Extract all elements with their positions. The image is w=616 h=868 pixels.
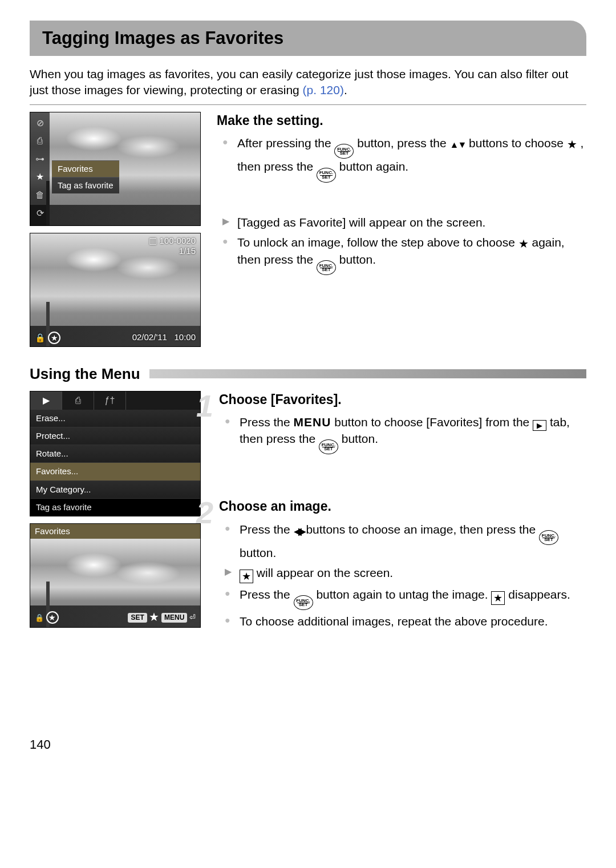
- favorite-star-icon: ★: [48, 332, 60, 344]
- instruction-bullet: To choose additional images, repeat the …: [225, 613, 586, 629]
- make-setting-heading: Make the setting.: [217, 112, 586, 130]
- side-icon-strip: ⊘ ⎙ ⊶ ★ 🗑 ⟳: [30, 112, 50, 225]
- lock-icon: 🔒: [35, 333, 46, 342]
- favorite-star-icon: ★: [46, 611, 59, 624]
- func-set-icon: FUNC.SET: [317, 168, 336, 183]
- intro-paragraph: When you tag images as favorites, you ca…: [30, 66, 586, 99]
- rotate-icon: ⟳: [37, 207, 44, 220]
- left-right-icon: ◀▶: [294, 526, 303, 537]
- menu-item-protect: Protect...: [30, 427, 200, 445]
- intro-text-b: .: [344, 83, 347, 96]
- print-icon: ⎙: [37, 135, 43, 147]
- menu-item-rotate: Rotate...: [30, 445, 200, 463]
- favorites-label: Favorites: [52, 160, 119, 177]
- star-icon: ★: [518, 237, 529, 250]
- func-set-icon: FUNC.SET: [319, 439, 338, 454]
- func-set-icon: FUNC.SET: [334, 144, 354, 159]
- instruction-bullet: To unlock an image, follow the step abov…: [222, 235, 586, 276]
- camera-screenshot-favorites-view: Favorites 🔒 ★ SET ★ MENU ⏎: [30, 523, 201, 628]
- battery-icon: ▥: [149, 236, 157, 245]
- star-icon: ★: [567, 138, 577, 151]
- instruction-bullet: Press the MENU button to choose [Favorit…: [225, 414, 586, 455]
- section-make-setting: ⊘ ⎙ ⊶ ★ 🗑 ⟳ Favorites Tag as favorite ▥ …: [30, 112, 586, 347]
- key-icon: ⊶: [35, 153, 44, 165]
- menu-caption: Tag as favorite: [30, 499, 200, 516]
- func-set-icon: FUNC.SET: [317, 260, 336, 275]
- step-number-2: 2: [196, 492, 213, 534]
- using-menu-heading: Using the Menu: [30, 364, 140, 384]
- camera-screenshot-tagged-image: ▥ 100-0020 1/15 🔒 ★ 02/02/'11 10:00: [30, 233, 201, 347]
- star-box-icon: ★: [491, 591, 505, 605]
- instruction-bullet: After pressing the FUNC.SET button, pres…: [222, 135, 586, 183]
- title-bar: Tagging Images as Favorites: [30, 21, 586, 56]
- menu-item-erase: Erase...: [30, 410, 200, 427]
- instruction-bullet: Press the ◀▶ buttons to choose an image,…: [225, 522, 586, 562]
- page-title: Tagging Images as Favorites: [42, 26, 574, 50]
- trash-icon: 🗑: [35, 189, 44, 201]
- menu-item-my-category: My Category...: [30, 481, 200, 499]
- step-number-1: 1: [196, 385, 213, 427]
- step-2-heading: Choose an image.: [219, 498, 586, 515]
- set-pill: SET: [128, 613, 147, 622]
- menu-pill: MENU: [161, 613, 187, 622]
- favorites-header: Favorites: [30, 524, 200, 539]
- camera-screenshot-favorites-menu: ⊘ ⎙ ⊶ ★ 🗑 ⟳ Favorites Tag as favorite: [30, 112, 201, 226]
- up-down-icon: ▲▼: [450, 140, 466, 150]
- star-icon: ★: [149, 611, 159, 623]
- menu-item-favorites: Favorites...: [30, 463, 200, 481]
- image-number: 100-0020: [160, 236, 196, 245]
- lock-icon: 🔒: [35, 613, 44, 622]
- tools-tab-icon: ƒ†: [94, 391, 126, 410]
- star-icon: ★: [36, 171, 44, 183]
- playback-tab-icon: ▶: [533, 420, 546, 431]
- page-number: 140: [30, 736, 586, 753]
- func-set-icon: FUNC.SET: [539, 530, 558, 545]
- protect-icon: ⊘: [37, 117, 44, 130]
- result-note: ★ will appear on the screen.: [225, 565, 586, 583]
- using-menu-subheading-row: Using the Menu: [30, 364, 586, 384]
- playback-tab-icon: ▶: [30, 391, 62, 410]
- star-box-icon: ★: [240, 570, 253, 583]
- page-reference-link[interactable]: (p. 120): [303, 83, 344, 96]
- print-tab-icon: ⎙: [62, 391, 94, 410]
- menu-list: Erase... Protect... Rotate... Favorites.…: [30, 410, 200, 516]
- func-set-icon: FUNC.SET: [294, 595, 313, 610]
- heading-strip: [149, 369, 586, 378]
- return-icon: ⏎: [189, 613, 196, 621]
- date-label: 02/02/'11: [132, 332, 167, 342]
- step-1-block: ▶ ⎙ ƒ† Erase... Protect... Rotate... Fav…: [30, 391, 586, 633]
- intro-text-a: When you tag images as favorites, you ca…: [30, 67, 568, 96]
- tag-as-favorite-label: Tag as favorite: [52, 177, 119, 193]
- divider: [30, 104, 586, 105]
- instruction-bullet: Press the FUNC.SET button again to untag…: [225, 587, 586, 611]
- image-counter: 1/15: [149, 246, 196, 256]
- camera-screenshot-menu: ▶ ⎙ ƒ† Erase... Protect... Rotate... Fav…: [30, 391, 201, 517]
- time-label: 10:00: [174, 332, 196, 342]
- step-1-heading: Choose [Favorites].: [219, 391, 586, 409]
- menu-text-icon: MENU: [294, 415, 331, 429]
- result-note: [Tagged as Favorite] will appear on the …: [222, 215, 586, 231]
